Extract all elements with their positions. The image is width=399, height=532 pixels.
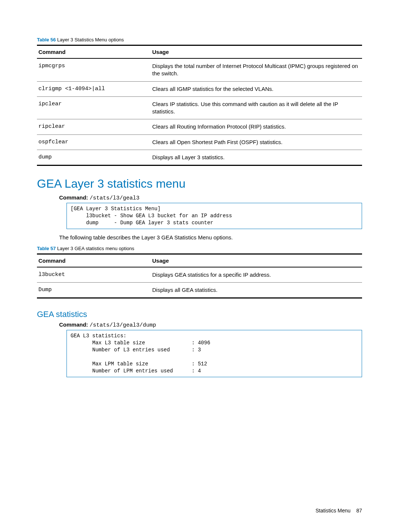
footer-page: 87 xyxy=(356,508,362,514)
command-label: Command: xyxy=(59,194,88,201)
codebox-geal3-dump: GEA L3 statistics: Max L3 table size : 4… xyxy=(66,330,362,377)
table56-number: Table 56 xyxy=(37,37,56,42)
command-line-geal3: Command: /stats/l3/geal3 xyxy=(59,194,362,201)
table-row: ripclear Clears all Routing Information … xyxy=(37,119,362,134)
page-footer: Statistics Menu 87 xyxy=(316,508,362,514)
cmd-cell: clrigmp <1-4094>|all xyxy=(37,81,151,96)
table56-title: Layer 3 Statistics Menu options xyxy=(57,37,124,42)
cmd-cell: ripclear xyxy=(37,119,151,134)
command-line-geal3-dump: Command: /stats/l3/geal3/dump xyxy=(59,321,362,328)
table57-number: Table 57 xyxy=(37,246,56,251)
table57-head-usage: Usage xyxy=(151,254,362,267)
table56-head-usage: Usage xyxy=(151,45,362,59)
heading-gea-statistics: GEA statistics xyxy=(37,310,362,319)
cmd-cell: dump xyxy=(37,150,151,165)
footer-text: Statistics Menu xyxy=(316,508,351,514)
table-row: ipmcgrps Displays the total number of In… xyxy=(37,58,362,81)
table-row: ipclear Clears IP statistics. Use this c… xyxy=(37,96,362,119)
table-row: Dump Displays all GEA statistics. xyxy=(37,282,362,298)
table57: Command Usage l3bucket Displays GEA stat… xyxy=(37,253,362,299)
usage-cell: Clears all IGMP statistics for the selec… xyxy=(151,81,362,96)
usage-cell: Displays the total number of Internet Pr… xyxy=(151,58,362,81)
usage-cell: Clears all Routing Information Protocol … xyxy=(151,119,362,134)
cmd-cell: ospfclear xyxy=(37,134,151,150)
cmd-cell: l3bucket xyxy=(37,267,151,283)
table56-caption: Table 56 Layer 3 Statistics Menu options xyxy=(37,37,362,42)
table57-caption: Table 57 Layer 3 GEA statistics menu opt… xyxy=(37,246,362,251)
table-row: clrigmp <1-4094>|all Clears all IGMP sta… xyxy=(37,81,362,96)
usage-cell: Displays GEA statistics for a specific I… xyxy=(151,267,362,283)
table56-head-command: Command xyxy=(37,45,151,59)
usage-cell: Displays all Layer 3 statistics. xyxy=(151,150,362,165)
cmd-cell: ipclear xyxy=(37,96,151,119)
usage-cell: Clears IP statistics. Use this command w… xyxy=(151,96,362,119)
codebox-geal3-menu: [GEA Layer 3 Statistics Menu] l3bucket -… xyxy=(66,203,362,229)
table-row: ospfclear Clears all Open Shortest Path … xyxy=(37,134,362,150)
following-text: The following table describes the Layer … xyxy=(59,234,362,241)
command-path: /stats/l3/geal3/dump xyxy=(90,322,156,328)
table56: Command Usage ipmcgrps Displays the tota… xyxy=(37,45,362,166)
command-label: Command: xyxy=(59,321,88,328)
usage-cell: Clears all Open Shortest Path First (OSP… xyxy=(151,134,362,150)
table57-head-command: Command xyxy=(37,254,151,267)
table-row: dump Displays all Layer 3 statistics. xyxy=(37,150,362,165)
cmd-cell: Dump xyxy=(37,282,151,298)
cmd-cell: ipmcgrps xyxy=(37,58,151,81)
command-path: /stats/l3/geal3 xyxy=(90,195,140,201)
usage-cell: Displays all GEA statistics. xyxy=(151,282,362,298)
table57-title: Layer 3 GEA statistics menu options xyxy=(57,246,134,251)
table-row: l3bucket Displays GEA statistics for a s… xyxy=(37,267,362,283)
heading-gea-l3-stats-menu: GEA Layer 3 statistics menu xyxy=(37,177,362,191)
